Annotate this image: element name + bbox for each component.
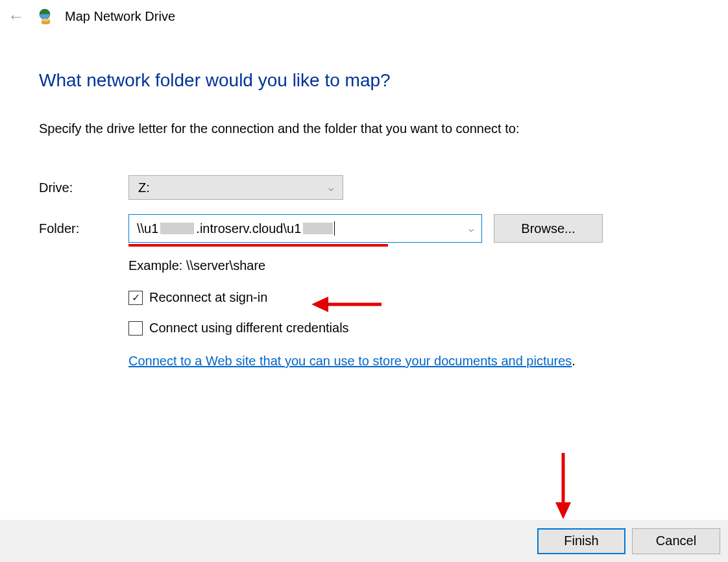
- connect-website-link[interactable]: Connect to a Web site that you can use t…: [128, 354, 572, 368]
- chevron-down-icon[interactable]: ⌵: [468, 223, 474, 234]
- finish-button[interactable]: Finish: [537, 528, 625, 554]
- network-drive-icon: [36, 8, 53, 25]
- text-cursor: [334, 221, 335, 236]
- annotation-arrow-down: [552, 452, 575, 519]
- svg-marker-4: [311, 297, 328, 312]
- svg-marker-6: [555, 502, 571, 519]
- reconnect-checkbox[interactable]: ✓: [128, 291, 143, 305]
- reconnect-row: ✓ Reconnect at sign-in: [128, 290, 689, 305]
- folder-row: Folder: \\u1.introserv.cloud\u1 ⌵ Browse…: [39, 214, 689, 243]
- wizard-header: ← Map Network Drive: [0, 0, 728, 32]
- alt-creds-row: Connect using different credentials: [128, 321, 689, 336]
- drive-select[interactable]: Z: ⌵: [128, 175, 343, 200]
- redacted-text: [303, 223, 333, 234]
- alt-creds-label: Connect using different credentials: [149, 321, 349, 336]
- page-instruction: Specify the drive letter for the connect…: [39, 119, 689, 138]
- wizard-footer: Finish Cancel: [0, 520, 728, 562]
- drive-value: Z:: [138, 180, 150, 195]
- folder-example: Example: \\server\share: [128, 258, 689, 273]
- annotation-underline: [128, 244, 388, 247]
- folder-combobox[interactable]: \\u1.introserv.cloud\u1 ⌵: [128, 214, 482, 243]
- annotation-arrow-left: [311, 293, 383, 316]
- redacted-text: [160, 223, 194, 234]
- reconnect-label: Reconnect at sign-in: [149, 290, 267, 305]
- folder-label: Folder:: [39, 221, 128, 236]
- website-link-row: Connect to a Web site that you can use t…: [128, 351, 689, 371]
- folder-value: \\u1.introserv.cloud\u1: [137, 221, 463, 236]
- cancel-button[interactable]: Cancel: [632, 528, 720, 554]
- svg-point-2: [42, 19, 49, 21]
- content-area: What network folder would you like to ma…: [0, 32, 728, 371]
- drive-label: Drive:: [39, 180, 128, 195]
- back-icon[interactable]: ←: [8, 8, 25, 25]
- chevron-down-icon: ⌵: [328, 182, 334, 193]
- page-heading: What network folder would you like to ma…: [39, 70, 689, 91]
- drive-row: Drive: Z: ⌵: [39, 175, 689, 200]
- window-title: Map Network Drive: [65, 9, 175, 24]
- alt-creds-checkbox[interactable]: [128, 321, 143, 336]
- browse-button[interactable]: Browse...: [494, 214, 603, 243]
